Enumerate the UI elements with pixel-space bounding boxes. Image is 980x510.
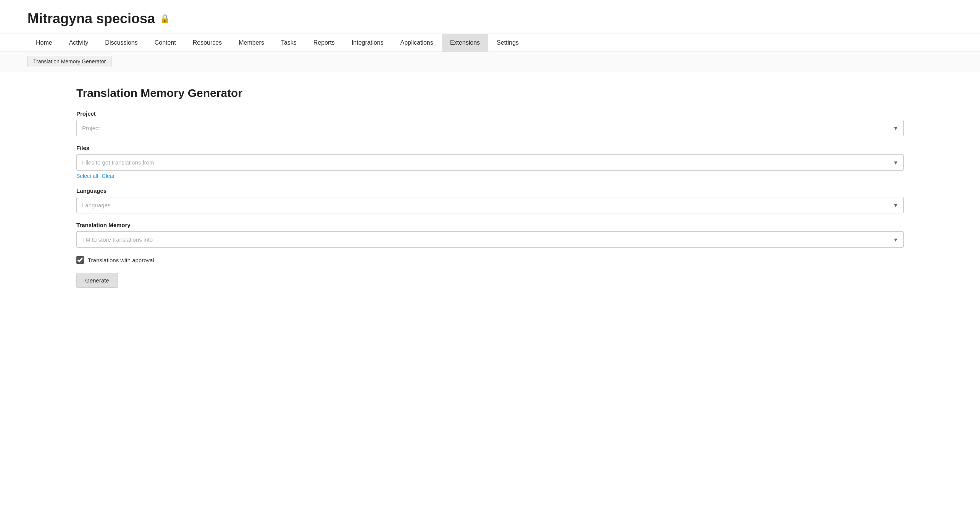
languages-select[interactable]: Languages bbox=[76, 197, 904, 213]
files-group: Files Files to get translations from ▼ S… bbox=[76, 145, 904, 179]
files-select-wrapper: Files to get translations from ▼ bbox=[76, 154, 904, 171]
approval-checkbox[interactable] bbox=[76, 256, 84, 264]
languages-select-wrapper: Languages ▼ bbox=[76, 197, 904, 213]
tm-group: Translation Memory TM to store translati… bbox=[76, 222, 904, 248]
nav-item-reports[interactable]: Reports bbox=[305, 34, 343, 52]
main-nav: HomeActivityDiscussionsContentResourcesM… bbox=[0, 34, 980, 52]
title-text: Mitragyna speciosa bbox=[27, 11, 155, 27]
main-content: Translation Memory Generator Project Pro… bbox=[0, 71, 980, 303]
approval-checkbox-row: Translations with approval bbox=[76, 256, 904, 264]
nav-item-integrations[interactable]: Integrations bbox=[343, 34, 392, 52]
form-title: Translation Memory Generator bbox=[76, 87, 904, 100]
nav-item-tasks[interactable]: Tasks bbox=[273, 34, 305, 52]
tm-label: Translation Memory bbox=[76, 222, 904, 228]
languages-group: Languages Languages ▼ bbox=[76, 187, 904, 213]
nav-item-applications[interactable]: Applications bbox=[392, 34, 441, 52]
files-select[interactable]: Files to get translations from bbox=[76, 154, 904, 171]
approval-checkbox-label[interactable]: Translations with approval bbox=[88, 257, 154, 263]
nav-item-activity[interactable]: Activity bbox=[61, 34, 97, 52]
sub-nav: Translation Memory Generator bbox=[0, 52, 980, 71]
nav-item-home[interactable]: Home bbox=[27, 34, 61, 52]
sub-nav-item-tmg[interactable]: Translation Memory Generator bbox=[27, 56, 111, 67]
nav-item-content[interactable]: Content bbox=[146, 34, 184, 52]
languages-label: Languages bbox=[76, 187, 904, 194]
tm-select[interactable]: TM to store translations into bbox=[76, 231, 904, 248]
page-title: Mitragyna speciosa 🔒 bbox=[27, 11, 953, 27]
generate-button[interactable]: Generate bbox=[76, 273, 118, 288]
tm-select-wrapper: TM to store translations into ▼ bbox=[76, 231, 904, 248]
project-label: Project bbox=[76, 110, 904, 117]
nav-item-extensions[interactable]: Extensions bbox=[442, 34, 488, 52]
nav-item-discussions[interactable]: Discussions bbox=[97, 34, 146, 52]
project-group: Project Project ▼ bbox=[76, 110, 904, 136]
files-label: Files bbox=[76, 145, 904, 151]
page-header: Mitragyna speciosa 🔒 bbox=[0, 0, 980, 34]
project-select-wrapper: Project ▼ bbox=[76, 120, 904, 136]
nav-item-resources[interactable]: Resources bbox=[184, 34, 230, 52]
project-select[interactable]: Project bbox=[76, 120, 904, 136]
files-links: Select all Clear bbox=[76, 173, 904, 179]
lock-icon: 🔒 bbox=[160, 14, 170, 24]
clear-button[interactable]: Clear bbox=[102, 173, 115, 179]
nav-item-settings[interactable]: Settings bbox=[488, 34, 527, 52]
nav-item-members[interactable]: Members bbox=[230, 34, 273, 52]
select-all-button[interactable]: Select all bbox=[76, 173, 98, 179]
